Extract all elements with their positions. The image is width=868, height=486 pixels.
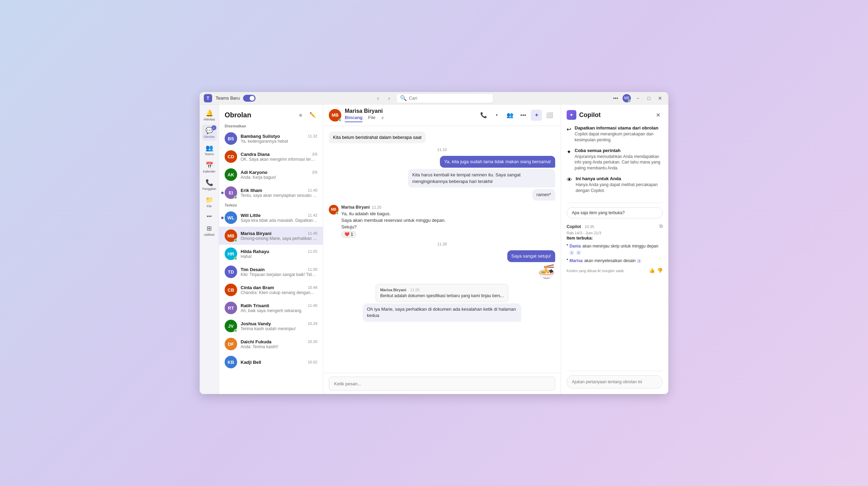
nav-back-button[interactable]: ‹ — [374, 94, 382, 102]
avatar: HR — [225, 248, 237, 260]
chat-name: Joshua Vandy — [241, 321, 271, 326]
people-button[interactable]: 👥 — [504, 110, 516, 121]
list-item[interactable]: DF Daichi Fukuda 10.20 Anda: Terima kasi… — [219, 335, 323, 353]
minimize-button[interactable]: − — [634, 94, 642, 102]
teams-new-toggle[interactable] — [243, 95, 256, 102]
list-item[interactable]: HR Hilda Rahayu 11.02 Haha! — [219, 245, 323, 263]
message-content: Marisa Biryani 11.25 Ya, itu adalah ide … — [341, 205, 555, 238]
list-item[interactable]: CB Cinta dan Bram 10.48 Chandra: Klien c… — [219, 281, 323, 299]
copilot-feature-summarize: ↩ Dapatkan informasi utama dari obrolan … — [567, 125, 663, 143]
filter-icon-button[interactable]: ≡ — [296, 110, 306, 120]
message-input[interactable] — [329, 377, 555, 391]
list-item[interactable]: KB Kadji Bell 10.02 — [219, 353, 323, 371]
suggestion-button[interactable]: Apa saja item yang terbuka? — [567, 207, 663, 218]
thumbs-down-button[interactable]: 👎 — [657, 268, 663, 273]
chat-preview: OK. Saya akan mengirim informasi terbaru… — [241, 157, 317, 162]
chat-header-actions: 📞 ▾ 👥 ••• ✦ ⬜ — [478, 110, 555, 121]
chat-preview: Ah, baik saya mengerti sekarang. — [241, 308, 317, 313]
more-options-button[interactable]: ••• — [611, 94, 620, 102]
list-item[interactable]: WL Will Little 11.42 Saya kira tidak ada… — [219, 209, 323, 227]
list-item[interactable]: AK Adi Karyono 2/6 Anda: Kerja bagus! — [219, 166, 323, 184]
sidebar-label-file: File — [207, 204, 212, 208]
copy-icon[interactable]: ⧉ — [659, 223, 663, 229]
sidebar-item-aktivitas[interactable]: 🔔 Aktivitas — [202, 107, 217, 123]
copilot-input[interactable] — [567, 375, 663, 388]
reaction-chip[interactable]: ❤️ 1 — [341, 231, 356, 238]
sidebar-item-aplikasi[interactable]: ⊞ Aplikasi — [202, 223, 217, 238]
chat-name: Will Little — [241, 213, 261, 218]
close-button[interactable]: ✕ — [656, 94, 664, 102]
chat-list-title: Obrolan — [225, 111, 251, 119]
chat-info: Cinta dan Bram 10.48 Chandra: Klien cuku… — [241, 285, 317, 295]
sidebar-item-teams[interactable]: 👥 Teams — [202, 142, 217, 158]
messages-area: Kita belum beristirahat dalam beberapa s… — [323, 126, 561, 373]
chat-time: 10.48 — [308, 285, 317, 290]
maximize-button[interactable]: □ — [645, 94, 653, 102]
call-dropdown-button[interactable]: ▾ — [491, 110, 502, 121]
more-chat-options-button[interactable]: ••• — [518, 110, 529, 121]
calendar-icon: 📅 — [206, 161, 213, 169]
chat-info: Joshua Vandy 10.29 Terima kasih sudah me… — [241, 321, 317, 331]
eye-icon: 👁 — [567, 177, 572, 183]
more-icon: ••• — [207, 213, 212, 219]
tab-file[interactable]: File — [368, 115, 375, 122]
copilot-button[interactable]: ✦ — [531, 110, 542, 121]
title-bar-right: ••• MB − □ ✕ — [611, 94, 664, 102]
forwarded-header: Marisa Biryani 11.05 — [380, 288, 504, 292]
result-header: Copilot 10.35 ⧉ — [567, 223, 663, 229]
avatar: DF — [225, 338, 237, 350]
list-item[interactable]: JV Joshua Vandy 10.29 Terima kasih sudah… — [219, 317, 323, 335]
list-item[interactable]: MB Marisa Biryani 11.40 Omong-omong Mari… — [219, 227, 323, 245]
copilot-close-button[interactable]: ✕ — [653, 110, 663, 120]
chat-time: 11.40 — [308, 303, 317, 308]
list-item[interactable]: CD Candra Diana 2/6 OK. Saya akan mengir… — [219, 148, 323, 166]
status-dot — [234, 329, 237, 332]
search-input[interactable] — [409, 95, 490, 101]
copilot-title: Copilot — [579, 111, 601, 119]
tab-bincang[interactable]: Bincang — [345, 115, 362, 122]
chat-main: MB Marisa Biryani Bincang File + 📞 ▾ 👥 •… — [323, 104, 561, 394]
chat-list-header: Obrolan ≡ ✏️ — [219, 104, 323, 123]
tab-add-button[interactable]: + — [381, 115, 384, 122]
message-bubble: ramen* — [532, 189, 555, 201]
nav-forward-button[interactable]: › — [385, 94, 393, 102]
chat-name: Adi Karyono — [241, 170, 267, 175]
chat-preview: Anda: Kerja bagus! — [241, 175, 317, 180]
list-item[interactable]: EI Erik Ilham 11.40 Tentu, saya akan men… — [219, 184, 323, 202]
sidebar-item-panggilan[interactable]: 📞 Panggilan — [202, 177, 217, 193]
sidebar-item-file[interactable]: 📁 File — [202, 194, 217, 210]
thumbs-up-button[interactable]: 👍 — [649, 268, 655, 273]
copilot-feature-private: 👁 Ini hanya untuk Anda Hanya Anda yang d… — [567, 176, 663, 194]
call-button[interactable]: 📞 — [478, 110, 489, 121]
list-item[interactable]: TD Tim Desain 11.00 Kiki: Tinjauan berja… — [219, 263, 323, 281]
expand-button[interactable]: ⬜ — [544, 110, 555, 121]
sidebar-item-obrolan[interactable]: 💬 2 Obrolan — [202, 125, 217, 141]
footnote-badge: 2 — [576, 251, 581, 255]
ai-note: Konten yang dibuat AI mungkin salah — [567, 269, 624, 273]
reaction-row: ❤️ 1 — [341, 231, 555, 238]
compose-icon-button[interactable]: ✏️ — [308, 110, 317, 120]
pinned-section-label: Disematkan — [219, 123, 323, 129]
copilot-header: ✦ Copilot ✕ — [567, 110, 663, 120]
chat-time: 10.02 — [308, 360, 317, 364]
contact-avatar: MB — [329, 109, 341, 122]
list-item[interactable]: RT Ratih Trisanti 11.40 Ah, baik saya me… — [219, 299, 323, 317]
chat-name: Bambang Sulistyo — [241, 134, 280, 139]
chat-time: 11.32 — [308, 134, 317, 138]
avatar: MB — [329, 205, 339, 215]
message-bubble: Ya, kita juga sudah lama tidak makan sia… — [440, 156, 555, 168]
recent-section-label: Terkini — [219, 202, 323, 209]
chat-time: 11.40 — [308, 231, 317, 235]
chat-info: Adi Karyono 2/6 Anda: Kerja bagus! — [241, 170, 317, 180]
message-timestamp: 11.10 — [329, 148, 555, 152]
sidebar-item-kalender[interactable]: 📅 Kalender — [202, 159, 217, 175]
search-icon: 🔍 — [400, 95, 407, 101]
sidebar-item-more[interactable]: ••• — [202, 211, 217, 221]
message-group: MB Marisa Biryani 11.25 Ya, itu adalah i… — [329, 205, 555, 238]
list-item[interactable]: BS Bambang Sulistyo 11.32 Ya, kedengaran… — [219, 129, 323, 148]
chat-name: Tim Desain — [241, 267, 265, 272]
chat-info: Bambang Sulistyo 11.32 Ya, kedengarannya… — [241, 134, 317, 144]
status-dot — [234, 196, 237, 199]
apps-icon: ⊞ — [207, 225, 212, 232]
unread-indicator — [221, 217, 224, 219]
